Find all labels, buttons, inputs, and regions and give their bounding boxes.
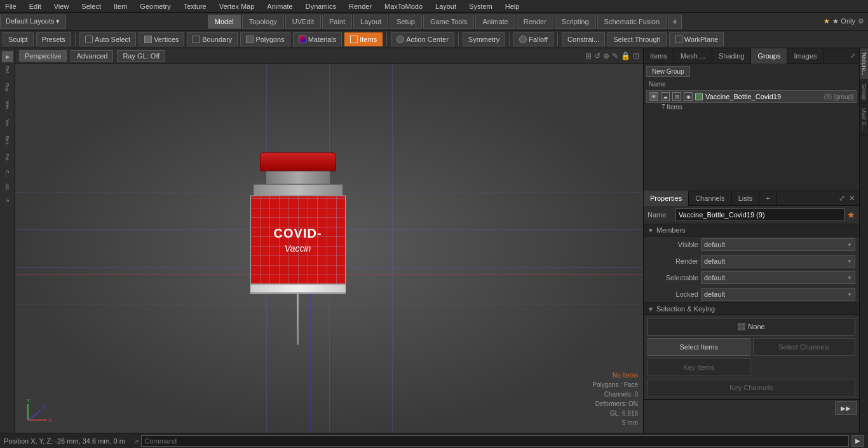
props-tab-channels[interactable]: Channels bbox=[689, 191, 731, 206]
items-button[interactable]: Items bbox=[344, 32, 383, 46]
left-label-c[interactable]: C... bbox=[4, 169, 11, 179]
constraints-button[interactable]: Constrai... bbox=[562, 32, 605, 46]
scene-tab-groups[interactable]: Groups bbox=[751, 48, 787, 64]
left-tool-select[interactable]: ▶ bbox=[2, 51, 13, 62]
polygons-button[interactable]: Polygons bbox=[240, 32, 290, 46]
materials-button[interactable]: Materials bbox=[293, 32, 342, 46]
menu-layout[interactable]: Layout bbox=[433, 3, 459, 10]
layout-tab-setup[interactable]: Setup bbox=[390, 15, 422, 29]
menu-system[interactable]: System bbox=[466, 3, 495, 10]
layout-tab-gametools[interactable]: Game Tools bbox=[423, 15, 475, 29]
expand-icon[interactable]: ⤢ bbox=[837, 194, 846, 203]
collapse-button[interactable]: ▶▶ bbox=[835, 401, 857, 415]
menu-maxtomodo[interactable]: MaxToModo bbox=[382, 3, 425, 10]
scene-tab-mesh[interactable]: Mesh ... bbox=[674, 48, 712, 64]
layout-tab-uvedit[interactable]: UVEdit bbox=[285, 15, 321, 29]
layout-tab-add[interactable]: + bbox=[668, 15, 682, 29]
members-arrow[interactable]: ▼ bbox=[648, 227, 654, 234]
falloff-button[interactable]: Falloff bbox=[513, 32, 553, 46]
vertices-button[interactable]: Vertices bbox=[139, 32, 184, 46]
layout-tab-schematic[interactable]: Schematic Fusion bbox=[597, 15, 667, 29]
scene-item-vaccine[interactable]: 👁 ☁ ⊞ ◉ Vaccine_Bottle_Covid19 (9) [grou… bbox=[646, 90, 857, 103]
menu-animate[interactable]: Animate bbox=[264, 3, 295, 10]
menu-help[interactable]: Help bbox=[503, 3, 522, 10]
name-right-icon[interactable]: ★ bbox=[847, 210, 855, 220]
item-vis-toggle[interactable]: 👁 bbox=[649, 92, 658, 101]
menu-item[interactable]: Item bbox=[111, 3, 130, 10]
layout-tab-render[interactable]: Render bbox=[517, 15, 553, 29]
left-label-pol[interactable]: Pol... bbox=[4, 153, 11, 165]
work-plane-button[interactable]: WorkPlane bbox=[669, 32, 724, 46]
symmetry-button[interactable]: Symmetry bbox=[463, 32, 506, 46]
vp-icon-expand[interactable]: ⊡ bbox=[633, 51, 639, 60]
layout-dropdown[interactable]: Default Layouts ▾ bbox=[0, 15, 66, 29]
settings-icon[interactable]: ⚙ bbox=[858, 17, 864, 25]
menu-file[interactable]: File bbox=[3, 3, 19, 10]
menu-dynamics[interactable]: Dynamics bbox=[303, 3, 339, 10]
scene-tab-images[interactable]: Images bbox=[787, 48, 824, 64]
keying-arrow[interactable]: ▼ bbox=[648, 306, 654, 313]
left-label-mesh[interactable]: Mes... bbox=[4, 100, 11, 114]
visible-select[interactable]: default ▼ bbox=[701, 238, 855, 251]
presets-button[interactable]: Presets bbox=[36, 32, 71, 46]
action-center-button[interactable]: Action Center bbox=[391, 32, 454, 46]
left-label-edit[interactable]: Emi... bbox=[4, 135, 11, 149]
key-items-button[interactable]: Key Items bbox=[648, 358, 750, 376]
layout-tab-animate[interactable]: Animate bbox=[475, 15, 515, 29]
select-items-button[interactable]: Select Items bbox=[648, 338, 750, 356]
scene-tab-shading[interactable]: Shading bbox=[712, 48, 751, 64]
locked-select[interactable]: default ▼ bbox=[701, 288, 855, 301]
command-input[interactable] bbox=[141, 435, 849, 447]
selectable-select[interactable]: default ▼ bbox=[701, 271, 855, 284]
vp-icon-refresh[interactable]: ↺ bbox=[594, 51, 600, 60]
vp-icon-zoom[interactable]: ⊕ bbox=[603, 51, 609, 60]
menu-texture[interactable]: Texture bbox=[181, 3, 209, 10]
vp-raygl-btn[interactable]: Ray GL: Off bbox=[117, 50, 165, 62]
menu-select[interactable]: Select bbox=[79, 3, 104, 10]
item-render-toggle[interactable]: ☁ bbox=[661, 92, 670, 101]
vp-icon-settings[interactable]: ✎ bbox=[612, 51, 618, 60]
render-select[interactable]: default ▼ bbox=[701, 255, 855, 268]
vp-icon-camera[interactable]: ⊞ bbox=[585, 51, 592, 60]
props-tab-add[interactable]: + bbox=[759, 191, 776, 206]
props-tab-properties[interactable]: Properties bbox=[644, 191, 689, 206]
vp-icon-lock[interactable]: 🔒 bbox=[621, 51, 630, 60]
group-tab-label[interactable]: Group bbox=[860, 80, 868, 104]
key-channels-button[interactable]: Key Channels bbox=[648, 379, 855, 397]
select-channels-button[interactable]: Select Channels bbox=[753, 338, 856, 356]
vp-advanced-btn[interactable]: Advanced bbox=[71, 50, 113, 62]
menu-edit[interactable]: Edit bbox=[27, 3, 44, 10]
none-button[interactable]: None bbox=[648, 318, 855, 336]
close-icon[interactable]: ✕ bbox=[848, 194, 857, 203]
left-label-vert[interactable]: Ver... bbox=[4, 118, 11, 131]
boundary-button[interactable]: Boundary bbox=[187, 32, 238, 46]
props-tab-lists[interactable]: Lists bbox=[732, 191, 760, 206]
left-label-uv[interactable]: UV... bbox=[4, 182, 11, 194]
menu-geometry[interactable]: Geometry bbox=[137, 3, 173, 10]
new-group-button[interactable]: New Group bbox=[646, 66, 690, 77]
scene-tab-expand[interactable]: ⤢ bbox=[846, 52, 859, 59]
layout-tab-topology[interactable]: Topology bbox=[242, 15, 284, 29]
sculpt-button[interactable]: Sculpt bbox=[3, 32, 34, 46]
scene-tab-items[interactable]: Items bbox=[644, 48, 674, 64]
select-through-button[interactable]: Select Through bbox=[607, 32, 666, 46]
cmd-run-button[interactable]: ▶ bbox=[851, 435, 864, 447]
viewport-canvas[interactable]: COVID- Vaccin X Y Z bbox=[15, 64, 643, 433]
menu-vertex-map[interactable]: Vertex Map bbox=[217, 3, 257, 10]
layout-tab-layout[interactable]: Layout bbox=[353, 15, 388, 29]
texture-tab-label[interactable]: Texture... bbox=[860, 48, 868, 80]
auto-select-button[interactable]: Auto Select bbox=[79, 32, 136, 46]
name-input[interactable] bbox=[675, 208, 844, 221]
layout-tab-paint[interactable]: Paint bbox=[322, 15, 352, 29]
left-label-f[interactable]: F... bbox=[4, 198, 11, 207]
menu-render[interactable]: Render bbox=[346, 3, 374, 10]
vp-perspective-btn[interactable]: Perspective bbox=[19, 50, 67, 62]
user-c-tab-label[interactable]: User C... bbox=[860, 104, 868, 135]
item-anim-toggle[interactable]: ◉ bbox=[684, 92, 693, 101]
item-lock-toggle[interactable]: ⊞ bbox=[672, 92, 681, 101]
menu-view[interactable]: View bbox=[51, 3, 72, 10]
layout-tab-model[interactable]: Model bbox=[208, 15, 241, 29]
layout-tab-scripting[interactable]: Scripting bbox=[555, 15, 596, 29]
left-label-def[interactable]: Def... bbox=[4, 65, 11, 78]
left-label-dup[interactable]: Dup... bbox=[4, 82, 11, 97]
